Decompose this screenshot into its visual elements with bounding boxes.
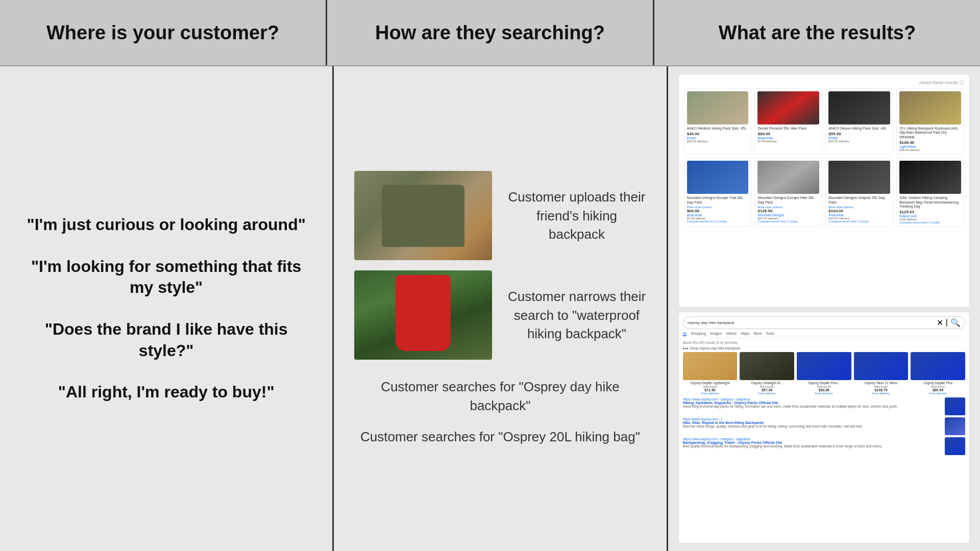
search-label-2: Customer narrows their search to "waterp… <box>507 287 646 343</box>
osprey-product-2[interactable]: Osprey Ultralight Di... Wild Earth $57.4… <box>740 352 794 395</box>
product-price-2: $84.99 <box>757 132 819 136</box>
organic-thumbnail-2 <box>945 417 965 435</box>
product-compare-7[interactable]: Compare prices from 2 shops <box>828 220 890 223</box>
product-delivery-1: $10.45 delivery <box>687 140 749 143</box>
organic-title-3[interactable]: Backpacking, Cragging, Travel - Osprey P… <box>683 441 942 444</box>
organic-thumbnail-1 <box>945 397 965 415</box>
product-card-5[interactable]: Mountain Designs Escape Trail 28L Day Pa… <box>684 158 752 227</box>
product-card-1[interactable]: ANKO Medium Hiking Pack Size: 45L $45.00… <box>684 88 752 155</box>
tab-tools[interactable]: Tools <box>766 332 774 336</box>
product-compare-5[interactable]: Compare prices from 2 shops <box>687 220 749 223</box>
product-card-8[interactable]: 100L Outdoor Hiking Camping Backpack Bag… <box>896 158 964 227</box>
osprey-price-2: $57.46 <box>740 388 794 392</box>
osprey-price-3: $80.96 <box>797 388 851 392</box>
osprey-thumb-3 <box>797 352 851 380</box>
osprey-product-name-3: Osprey Daylite Plus... <box>797 381 851 385</box>
tab-images[interactable]: Images <box>710 332 722 336</box>
header-cell-1: Where is your customer? <box>0 0 327 65</box>
product-thumb-5 <box>687 161 749 194</box>
product-price-8: $125.63 <box>899 210 961 214</box>
osprey-product-row: Osprey Daylite Lightweight Wild Earth $7… <box>683 352 965 395</box>
customer-state-1: "I'm just curious or looking around" <box>27 214 305 236</box>
organic-desc-1: Good thing technical day packs for hikin… <box>683 405 942 409</box>
osprey-product-name-5: Osprey Daylite Plus <box>911 381 965 385</box>
header-row: Where is your customer? How are they sea… <box>0 0 980 66</box>
osprey-thumb-4 <box>854 352 909 380</box>
osprey-product-1[interactable]: Osprey Daylite Lightweight Wild Earth $7… <box>683 352 738 395</box>
product-thumb-1 <box>687 91 749 124</box>
tab-all[interactable]: All <box>683 332 687 336</box>
shopping-panel-1: About these results ⓘ ANKO Medium Hiking… <box>678 74 970 308</box>
organic-url-1[interactable]: https://www.osprey.com › category › dayp… <box>683 397 942 401</box>
osprey-delivery-5: Free delivery <box>911 392 965 395</box>
osprey-results-label: About 651,000 results (0.41 seconds) <box>683 341 965 344</box>
organic-url-2[interactable]: https://www.osprey.com › 1 <box>683 417 942 421</box>
product-grid-1: ANKO Medium Hiking Pack Size: 45L $45.00… <box>684 88 964 227</box>
customer-state-2: "I'm looking for something that fits my … <box>20 256 312 298</box>
product-name-6: Mountain Designs Escape Hike 30L Day Pac… <box>757 196 819 205</box>
product-store-7: Anaconda <box>828 213 890 217</box>
osprey-thumb-5 <box>911 352 965 380</box>
product-card-4[interactable]: 70 L Hiking Backpack Rucksack Anti-Slip … <box>896 88 964 155</box>
left-column: "I'm just curious or looking around" "I'… <box>0 66 334 551</box>
product-store-8: Kolpex.com <box>899 214 961 218</box>
header-title-2: How are they searching? <box>375 22 605 44</box>
osprey-search-text: osprey day hike backpack <box>688 320 935 325</box>
search-item-2: Customer narrows their search to "waterp… <box>354 270 646 360</box>
product-store-5: Anaconda <box>687 213 749 217</box>
tab-more[interactable]: More <box>753 332 762 336</box>
osprey-delivery-1: Free delivery <box>683 392 738 395</box>
product-thumb-8 <box>899 161 961 194</box>
osprey-search-bar[interactable]: osprey day hike backpack ✕ | 🔍 <box>683 316 965 329</box>
product-price-1: $45.00 <box>687 132 749 136</box>
osprey-product-name-1: Osprey Daylite Lightweight <box>683 381 738 385</box>
organic-text-2: https://www.osprey.com › 1 Hike, Ride, R… <box>683 417 942 429</box>
search-label-1: Customer uploads their friend's hiking b… <box>507 188 646 243</box>
organic-text-3: https://www.osprey.com › category › dayp… <box>683 437 942 448</box>
tab-shopping[interactable]: Shopping <box>691 332 706 336</box>
search-item-1: Customer uploads their friend's hiking b… <box>354 171 646 260</box>
tab-maps[interactable]: Maps <box>741 332 749 336</box>
product-store-2: Anaconda <box>757 136 819 140</box>
osprey-product-3[interactable]: Osprey Daylite Plus... Wild Earth $80.96… <box>797 352 851 395</box>
right-column: About these results ⓘ ANKO Medium Hiking… <box>668 66 980 551</box>
product-store-4: LightYellow <box>899 145 961 148</box>
results-container: About these results ⓘ ANKO Medium Hiking… <box>678 74 970 543</box>
product-compare-8[interactable]: Compare prices from 2 shops <box>899 221 961 224</box>
search-icon[interactable]: 🔍 <box>950 318 961 328</box>
header-title-1: Where is your customer? <box>46 22 279 44</box>
organic-text-1: https://www.osprey.com › category › dayp… <box>683 397 942 409</box>
osprey-product-5[interactable]: Osprey Daylite Plus Wild Earth $80.96 Fr… <box>911 352 965 395</box>
product-thumb-3 <box>828 91 890 124</box>
organic-title-2[interactable]: Hike, Ride, Repeat in the Best-fitting B… <box>683 421 942 424</box>
organic-result-1: https://www.osprey.com › category › dayp… <box>683 397 965 415</box>
product-thumb-7 <box>828 161 890 194</box>
product-card-3[interactable]: ANKO Deluxe Hiking Pack Size: 40L $55.00… <box>825 88 893 155</box>
osprey-panel: osprey day hike backpack ✕ | 🔍 All Shopp… <box>678 312 970 543</box>
tab-videos[interactable]: Videos <box>726 332 737 336</box>
product-name-2: Denali Pinnacle 50L Hike Pack <box>757 127 819 131</box>
product-card-2[interactable]: Denali Pinnacle 50L Hike Pack $84.99 Ana… <box>754 88 822 155</box>
organic-title-1[interactable]: Hiking, Hydration, Daypacks - Osprey Pac… <box>683 401 942 405</box>
product-compare-6[interactable]: Compare prices from 2 shops <box>757 220 819 223</box>
osprey-price-1: $71.96 <box>683 388 738 392</box>
product-card-6[interactable]: Mountain Designs Escape Hike 30L Day Pac… <box>754 158 822 227</box>
header-cell-2: How are they searching? <box>327 0 654 65</box>
product-name-4: 70 L Hiking Backpack Rucksack Anti-Slip … <box>899 127 961 139</box>
osprey-thumb-2 <box>740 352 794 380</box>
organic-result-3: https://www.osprey.com › category › dayp… <box>683 437 965 455</box>
osprey-delivery-3: Free delivery <box>797 392 851 395</box>
product-card-7[interactable]: Mountain Designs Outpost 35L Day Pack Mo… <box>825 158 893 227</box>
osprey-product-4[interactable]: Osprey Talon 11 Mens Wild Earth $148.75 … <box>854 352 909 395</box>
divider-icon: | <box>946 318 948 328</box>
customer-state-4: "All right, I'm ready to buy!" <box>58 382 275 403</box>
product-price-3: $55.00 <box>828 132 890 136</box>
product-store-1: Kmart <box>687 136 749 140</box>
product-price-6: $129.99 <box>757 209 819 213</box>
close-icon[interactable]: ✕ <box>937 318 943 328</box>
organic-result-2: https://www.osprey.com › 1 Hike, Ride, R… <box>683 417 965 435</box>
panel-label-1: About these results ⓘ <box>684 80 964 86</box>
search-label-3: Customer searches for "Osprey day hike b… <box>354 378 646 415</box>
header-title-3: What are the results? <box>719 22 916 44</box>
organic-url-3[interactable]: https://www.osprey.com › category › dayp… <box>683 437 942 441</box>
